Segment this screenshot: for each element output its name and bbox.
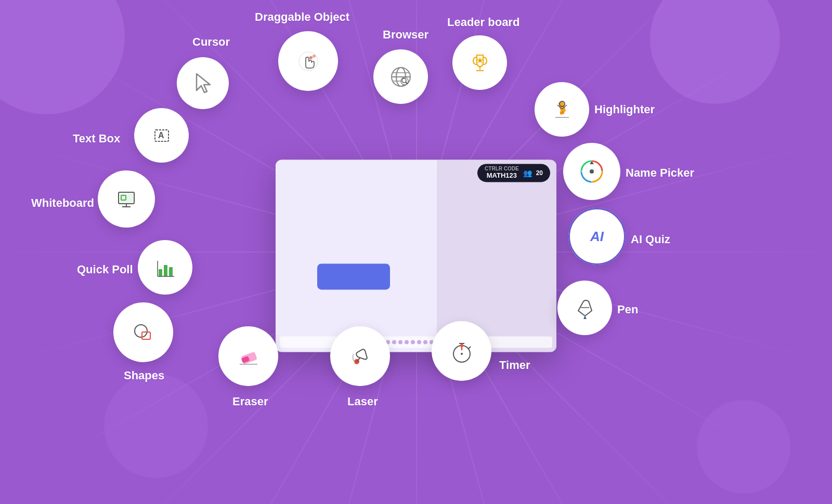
shapes-label: Shapes <box>124 369 164 382</box>
ai-quiz-icon-text: AI <box>590 229 604 245</box>
svg-point-28 <box>590 169 594 174</box>
browser-circle[interactable] <box>373 49 428 104</box>
quick-poll-label: Quick Poll <box>77 263 133 276</box>
eraser-label: Eraser <box>232 395 268 408</box>
screen-blue-rectangle <box>317 263 390 289</box>
pen-label: Pen <box>617 303 638 316</box>
name-picker-circle[interactable] <box>563 143 620 200</box>
draggable-object-label: Draggable Object <box>255 10 349 24</box>
whiteboard-circle[interactable] <box>98 170 155 228</box>
svg-rect-17 <box>560 111 564 115</box>
svg-point-48 <box>461 353 463 355</box>
leader-board-circle[interactable] <box>452 35 507 90</box>
screen-mockup: CTRLR CODE MATH123 👥 20 <box>276 160 556 352</box>
pen-circle[interactable] <box>557 281 612 335</box>
svg-rect-30 <box>159 269 162 276</box>
laser-circle[interactable] <box>330 326 390 386</box>
screen-header: CTRLR CODE MATH123 👥 20 <box>477 164 550 182</box>
text-box-circle[interactable]: A <box>134 108 189 163</box>
svg-rect-31 <box>164 265 167 276</box>
ai-quiz-circle[interactable]: AI <box>568 208 626 265</box>
svg-rect-32 <box>169 267 173 276</box>
svg-point-35 <box>584 315 586 317</box>
cursor-label: Cursor <box>192 35 230 49</box>
leader-board-label: Leader board <box>447 16 519 29</box>
name-picker-label: Name Picker <box>626 166 694 180</box>
svg-marker-13 <box>477 57 483 63</box>
class-name-label: MATH123 <box>487 171 517 179</box>
timer-label: Timer <box>499 359 530 372</box>
laser-label: Laser <box>347 395 378 408</box>
svg-point-45 <box>460 344 463 347</box>
svg-text:A: A <box>158 131 164 140</box>
text-box-label: Text Box <box>73 132 120 145</box>
whiteboard-label: Whiteboard <box>31 196 94 210</box>
shapes-circle[interactable] <box>113 302 173 362</box>
svg-point-1 <box>309 56 313 59</box>
draggable-object-circle[interactable] <box>278 31 338 91</box>
class-code-label: CTRLR CODE <box>485 166 519 171</box>
cursor-circle[interactable] <box>177 57 229 109</box>
svg-rect-37 <box>142 332 150 339</box>
ai-quiz-label: AI Quiz <box>631 233 670 246</box>
timer-circle[interactable] <box>432 321 491 381</box>
svg-line-47 <box>469 347 471 349</box>
eraser-circle[interactable] <box>218 326 278 386</box>
highlighter-label: Highlighter <box>594 103 655 116</box>
svg-point-36 <box>135 325 147 337</box>
browser-label: Browser <box>383 28 428 42</box>
svg-point-2 <box>313 55 316 58</box>
student-count: 20 <box>536 169 543 177</box>
screen-toolbar <box>280 336 552 348</box>
users-icon: 👥 <box>523 169 532 177</box>
quick-poll-circle[interactable] <box>138 240 192 295</box>
screen-left-panel <box>276 160 437 352</box>
highlighter-circle[interactable] <box>535 82 589 137</box>
